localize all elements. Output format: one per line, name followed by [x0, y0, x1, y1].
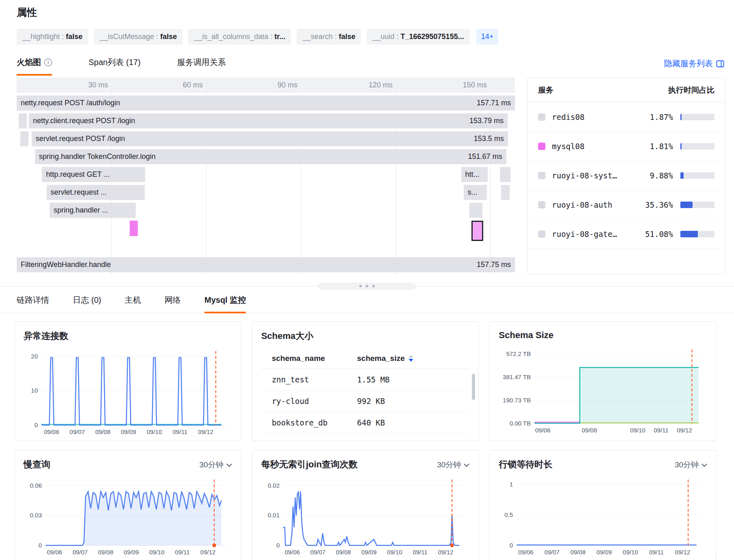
flame-row: FilteringWebHandler.handle157.75 ms: [17, 257, 515, 272]
ratio-col-header: 执行时间占比: [668, 85, 714, 96]
flame-span[interactable]: htt...: [461, 167, 488, 182]
panel-resizer[interactable]: [0, 282, 734, 290]
schema-row[interactable]: znn_test1.55 MB: [261, 369, 470, 391]
trace-tabs: 火焰图iSpan列表 (17)服务调用关系: [17, 57, 226, 75]
span-label: http.request GET ...: [46, 170, 110, 179]
card-join-queries: 每秒无索引join查询次数 30分钟 00.010.0209/0609/0709…: [252, 450, 479, 560]
ratio-bar: [680, 231, 714, 237]
schema-name: flowable: [261, 440, 357, 441]
svg-text:0: 0: [39, 542, 42, 549]
detail-tab[interactable]: 主机: [125, 295, 141, 313]
card-title: Schema Size: [499, 330, 554, 341]
apm-trace-page: 属性 __hightlight : false__isCutMessage : …: [0, 0, 734, 560]
time-range-select[interactable]: 30分钟: [437, 460, 469, 470]
detail-tab[interactable]: 链路详情: [17, 295, 49, 313]
flame-span[interactable]: [130, 221, 138, 236]
flame-span[interactable]: [471, 221, 483, 241]
flame-span[interactable]: [501, 185, 510, 200]
service-name: mysql08: [552, 142, 584, 151]
schema-size-header[interactable]: schema_size: [357, 354, 413, 363]
flame-span[interactable]: spring.handler TokenController.login151.…: [35, 149, 506, 164]
schema-row[interactable]: ry-cloud992 KB: [261, 391, 470, 412]
flame-span[interactable]: [20, 131, 28, 146]
card-title: 异常连接数: [24, 330, 68, 342]
flame-span[interactable]: servlet.request ...: [47, 185, 145, 200]
charts-row-2: 慢查询 30分钟 00.030.0609/0609/0709/0809/0909…: [0, 441, 734, 560]
service-col-header: 服务: [538, 85, 554, 96]
attribute-tag: __is_all_columns_data : tr...: [188, 29, 291, 45]
service-row[interactable]: mysql081.81%: [528, 132, 725, 161]
svg-text:09/12: 09/12: [198, 428, 213, 435]
flame-span[interactable]: [500, 167, 510, 182]
flame-span[interactable]: spring.handler ...: [50, 203, 136, 218]
resizer-handle[interactable]: [318, 283, 416, 289]
schema-size: 480 KB: [357, 440, 385, 441]
more-attributes-badge[interactable]: 14+: [476, 29, 499, 45]
schema-name: ry-cloud: [261, 397, 357, 406]
flame-time-ruler: 30 ms60 ms90 ms120 ms150 ms: [17, 78, 515, 93]
span-duration: 157.71 ms: [477, 99, 511, 107]
tab-label: 主机: [125, 295, 141, 306]
service-color-swatch: [538, 113, 545, 121]
flame-span[interactable]: s...: [464, 185, 487, 200]
flame-span[interactable]: [19, 113, 27, 128]
attribute-tag: __hightlight : false: [17, 29, 88, 45]
ratio-bar: [680, 172, 714, 179]
service-row[interactable]: ruoyi-08-auth35.36%: [528, 190, 725, 219]
service-color-swatch: [538, 143, 545, 150]
tab-label: Mysql 监控: [204, 295, 246, 306]
svg-text:09/08: 09/08: [95, 428, 111, 435]
trace-tab[interactable]: 服务调用关系: [177, 57, 226, 76]
svg-text:09/10: 09/10: [623, 549, 638, 556]
svg-text:09/08: 09/08: [336, 549, 351, 556]
detail-tab[interactable]: 日志 (0): [73, 295, 101, 313]
svg-text:0.06: 0.06: [30, 482, 42, 489]
trace-tab[interactable]: 火焰图i: [17, 57, 52, 76]
svg-text:10: 10: [31, 387, 38, 394]
service-row[interactable]: redis081.87%: [528, 102, 725, 132]
service-row[interactable]: ruoyi-08-gate…51.08%: [528, 219, 725, 249]
schema-name: znn_test: [261, 375, 357, 384]
service-name: ruoyi-08-gate…: [552, 230, 617, 239]
svg-text:09/11: 09/11: [649, 549, 664, 556]
flame-span[interactable]: FilteringWebHandler.handle157.75 ms: [17, 257, 515, 272]
flame-span[interactable]: http.request GET ...: [42, 167, 145, 182]
flame-span[interactable]: [469, 203, 482, 218]
time-range-select[interactable]: 30分钟: [675, 460, 707, 470]
schema-size: 992 KB: [357, 397, 385, 406]
svg-text:0: 0: [276, 542, 279, 549]
time-tick-label: 90 ms: [278, 78, 298, 93]
svg-text:0.01: 0.01: [267, 512, 279, 519]
panel-right-icon: [716, 60, 724, 68]
service-ratio-value: 35.36%: [637, 200, 673, 209]
flame-row: netty.request POST /auth/login157.71 ms: [17, 96, 515, 111]
schema-row[interactable]: flowable480 KB: [261, 434, 470, 441]
schema-name: bookstore_db: [261, 418, 357, 427]
flame-span[interactable]: netty.client.request POST /login153.79 m…: [29, 113, 508, 128]
time-range-select[interactable]: 30分钟: [200, 460, 232, 470]
svg-text:0.00 TB: 0.00 TB: [510, 420, 531, 427]
flame-span[interactable]: servlet.request POST /login153.5 ms: [32, 131, 508, 146]
schema-name-header[interactable]: schema_name: [261, 354, 357, 363]
chevron-down-icon: [701, 463, 707, 467]
svg-text:381.47 TB: 381.47 TB: [503, 373, 531, 380]
flame-graph: 30 ms60 ms90 ms120 ms150 ms netty.reques…: [17, 78, 515, 275]
detail-tab[interactable]: 网络: [165, 295, 181, 313]
table-scrollbar[interactable]: [472, 374, 475, 400]
trace-tab[interactable]: Span列表 (17): [89, 57, 141, 76]
divider-line: [416, 286, 734, 287]
service-row[interactable]: ruoyi-08-syst…9.88%: [528, 161, 725, 190]
hide-service-list-link[interactable]: 隐藏服务列表: [664, 58, 724, 75]
attribute-tag: __uuid : T_166295075155...: [367, 29, 469, 45]
svg-text:09/07: 09/07: [69, 428, 85, 435]
svg-text:09/07: 09/07: [310, 549, 326, 556]
flame-span[interactable]: netty.request POST /auth/login157.71 ms: [17, 96, 515, 111]
page-title: 属性: [17, 6, 726, 19]
sort-icon[interactable]: [408, 355, 413, 362]
detail-tabs-row: 链路详情日志 (0)主机网络Mysql 监控: [0, 295, 734, 313]
schema-row[interactable]: bookstore_db640 KB: [261, 412, 470, 434]
time-tick-label: 120 ms: [369, 78, 393, 93]
svg-text:09/10: 09/10: [387, 549, 402, 556]
schema-table-rows: znn_test1.55 MBry-cloud992 KBbookstore_d…: [261, 369, 470, 441]
detail-tab[interactable]: Mysql 监控: [204, 295, 246, 313]
